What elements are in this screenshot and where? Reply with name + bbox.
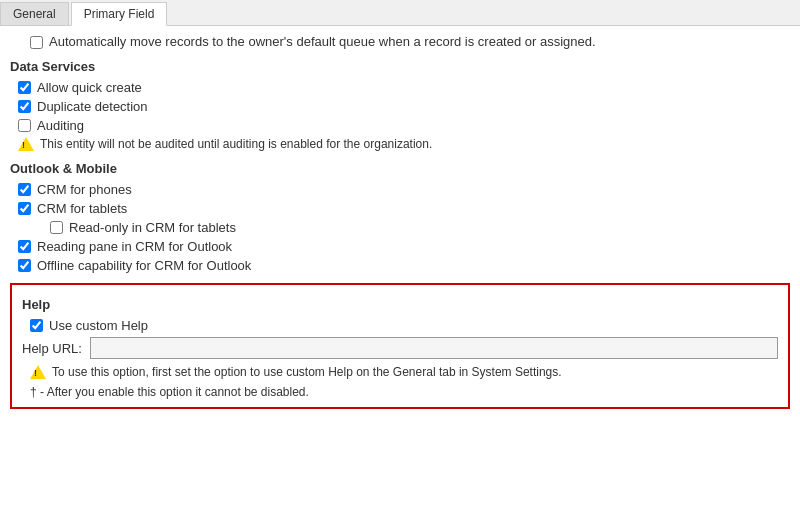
help-warning-icon [30,365,46,379]
crm-phones-label: CRM for phones [37,182,132,197]
offline-capability-checkbox[interactable] [18,259,31,272]
crm-tablets-label: CRM for tablets [37,201,127,216]
help-warning-row: To use this option, first set the option… [22,365,778,379]
queue-label: Automatically move records to the owner'… [49,34,596,49]
auditing-row: Auditing [10,118,790,133]
readonly-crm-tablets-checkbox[interactable] [50,221,63,234]
duplicate-detection-row: Duplicate detection [10,99,790,114]
help-warning-text: To use this option, first set the option… [52,365,562,379]
tab-primary-field[interactable]: Primary Field [71,2,168,26]
help-header: Help [22,297,778,312]
data-services-header: Data Services [10,59,790,74]
data-services-section: Data Services Allow quick create Duplica… [10,59,790,151]
auditing-checkbox[interactable] [18,119,31,132]
help-url-label: Help URL: [22,341,82,356]
help-section: Help Use custom Help Help URL: To use th… [10,283,790,409]
auditing-label: Auditing [37,118,84,133]
use-custom-help-row: Use custom Help [22,318,778,333]
tab-bar: General Primary Field [0,0,800,26]
allow-quick-create-row: Allow quick create [10,80,790,95]
crm-phones-checkbox[interactable] [18,183,31,196]
help-url-input[interactable] [90,337,778,359]
outlook-mobile-section: Outlook & Mobile CRM for phones CRM for … [10,161,790,273]
help-footnote: † - After you enable this option it cann… [22,385,778,399]
auditing-warning-icon [18,137,34,151]
auditing-warning-row: This entity will not be audited until au… [10,137,790,151]
crm-tablets-row: CRM for tablets [10,201,790,216]
auditing-warning-text: This entity will not be audited until au… [40,137,432,151]
queue-row: Automatically move records to the owner'… [10,34,790,49]
outlook-mobile-header: Outlook & Mobile [10,161,790,176]
reading-pane-label: Reading pane in CRM for Outlook [37,239,232,254]
allow-quick-create-label: Allow quick create [37,80,142,95]
crm-phones-row: CRM for phones [10,182,790,197]
reading-pane-row: Reading pane in CRM for Outlook [10,239,790,254]
duplicate-detection-label: Duplicate detection [37,99,148,114]
queue-checkbox[interactable] [30,36,43,49]
offline-capability-label: Offline capability for CRM for Outlook [37,258,251,273]
help-url-row: Help URL: [22,337,778,359]
main-content: Automatically move records to the owner'… [0,26,800,417]
allow-quick-create-checkbox[interactable] [18,81,31,94]
readonly-crm-tablets-row: Read-only in CRM for tablets [10,220,790,235]
readonly-crm-tablets-label: Read-only in CRM for tablets [69,220,236,235]
reading-pane-checkbox[interactable] [18,240,31,253]
use-custom-help-checkbox[interactable] [30,319,43,332]
tab-general[interactable]: General [0,2,69,25]
duplicate-detection-checkbox[interactable] [18,100,31,113]
offline-capability-row: Offline capability for CRM for Outlook [10,258,790,273]
crm-tablets-checkbox[interactable] [18,202,31,215]
use-custom-help-label: Use custom Help [49,318,148,333]
